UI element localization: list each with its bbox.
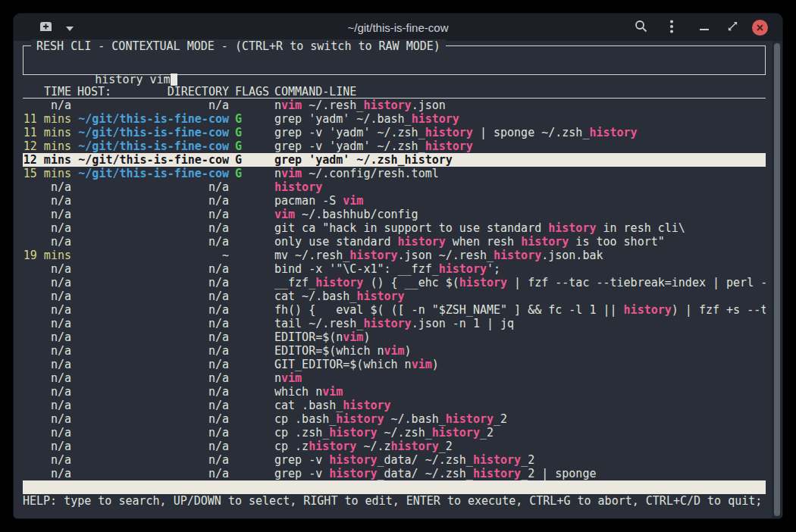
tab-dropdown-button[interactable] xyxy=(61,18,79,36)
row-command: tail ~/.resh_history.json -n 1 | jq xyxy=(274,317,766,330)
terminal-content: RESH CLI - CONTEXTUAL MODE - (CTRL+R to … xyxy=(14,41,782,518)
row-command: GIT_EDITOR=$(which nvim) xyxy=(274,358,766,371)
match-highlight: history xyxy=(473,453,521,467)
history-row[interactable]: n/an/aEDITOR=$(which nvim) xyxy=(23,344,766,358)
match-highlight: history xyxy=(363,99,411,112)
row-directory: n/a xyxy=(77,344,229,358)
restore-icon xyxy=(727,20,738,34)
match-highlight: history xyxy=(349,249,397,262)
match-highlight: history xyxy=(356,289,404,303)
row-time: n/a xyxy=(23,385,71,399)
row-time: n/a xyxy=(23,180,71,194)
new-tab-button[interactable] xyxy=(36,18,55,36)
row-command: EDITOR=$(which nvim) xyxy=(274,344,766,358)
match-highlight: history xyxy=(548,221,596,235)
match-highlight: history xyxy=(329,453,377,467)
row-flags: G xyxy=(235,126,268,139)
match-highlight: history xyxy=(274,180,322,194)
row-directory: ~/git/this-is-fine-cow xyxy=(77,126,229,139)
match-highlight: history xyxy=(473,467,521,480)
history-row[interactable]: n/an/abind -x '"\C-x1": __fzf_history'; xyxy=(23,262,766,276)
scrollbar-thumb[interactable] xyxy=(774,43,780,516)
row-time: n/a xyxy=(23,289,71,303)
row-command: cp .zhistory ~/.zhistory_2 xyxy=(274,440,766,453)
history-row[interactable]: 19 mins~mv ~/.resh_history.json ~/.resh_… xyxy=(23,249,766,262)
row-command: cat .bash_history xyxy=(274,399,766,412)
history-row[interactable]: n/an/anvim ~/.resh_history.json xyxy=(23,99,766,112)
match-highlight: vim xyxy=(274,208,295,221)
row-time: n/a xyxy=(23,467,71,480)
titlebar: ~/git/this-is-fine-cow xyxy=(14,14,782,41)
row-time: n/a xyxy=(23,303,71,317)
match-highlight: history xyxy=(494,249,541,262)
row-command: cp .zsh_history ~/.zsh_history_2 xyxy=(274,426,766,440)
row-flags xyxy=(235,180,268,194)
help-line: HELP: type to search, UP/DOWN to select,… xyxy=(23,494,766,508)
history-row[interactable]: n/an/agrep -v history_data/ ~/.zsh_histo… xyxy=(23,453,766,467)
history-row[interactable]: n/an/agit ca "hack in support to use sta… xyxy=(23,221,766,235)
row-time: n/a xyxy=(23,317,71,330)
row-flags xyxy=(235,99,268,112)
history-row[interactable]: n/an/acp .zhistory ~/.zhistory_2 xyxy=(23,440,766,453)
history-row[interactable]: n/an/a__fzf_history () { __ehc $(history… xyxy=(23,276,766,289)
history-row[interactable]: 11 mins~/git/this-is-fine-cowGgrep 'yadm… xyxy=(23,112,766,126)
history-row[interactable]: n/an/atail ~/.resh_history.json -n 1 | j… xyxy=(23,317,766,330)
match-highlight: vim xyxy=(343,330,363,344)
minimize-button[interactable] xyxy=(695,18,713,36)
col-header-host-directory: HOST: DIRECTORY xyxy=(77,85,229,98)
history-row[interactable]: 11 mins~/git/this-is-fine-cowGgrep -v 'y… xyxy=(23,126,766,139)
history-row[interactable]: n/an/apacman -S vim xyxy=(23,194,766,208)
row-flags xyxy=(235,249,268,262)
row-command: grep -v history_data/ ~/.zsh_history_2 xyxy=(274,453,766,467)
history-row[interactable]: 15 mins~/git/this-is-fine-cowGnvim ~/.co… xyxy=(23,167,766,180)
row-command: nvim ~/.config/resh.toml xyxy=(274,167,766,180)
history-row[interactable]: n/an/agrep -v history_data/ ~/.zsh_histo… xyxy=(23,467,766,480)
history-row[interactable]: n/an/acat ~/.bash_history xyxy=(23,289,766,303)
row-time: n/a xyxy=(23,426,71,440)
menu-button[interactable] xyxy=(663,18,681,36)
match-highlight: history xyxy=(329,426,377,440)
row-time: n/a xyxy=(23,399,71,412)
row-time: 19 mins xyxy=(23,249,71,262)
history-row[interactable]: n/an/acp .bash_history ~/.bash_history_2 xyxy=(23,412,766,426)
row-directory: n/a xyxy=(77,303,229,317)
history-row-selected[interactable]: 12 mins~/git/this-is-fine-cowGgrep 'yadm… xyxy=(23,153,766,167)
kebab-menu-icon xyxy=(670,20,673,36)
status-bar: 2020-05-11 12:01:51 tower:~/git/this-is-… xyxy=(23,480,766,494)
history-row[interactable]: n/an/aonly use standard history when res… xyxy=(23,235,766,249)
match-highlight: history xyxy=(329,467,377,480)
resh-header-box: RESH CLI - CONTEXTUAL MODE - (CTRL+R to … xyxy=(23,45,766,75)
close-button[interactable] xyxy=(751,18,769,36)
match-highlight: history xyxy=(439,262,487,276)
match-highlight: history xyxy=(336,412,384,426)
match-highlight: history xyxy=(432,426,480,440)
row-flags xyxy=(235,235,268,249)
row-directory: n/a xyxy=(77,385,229,399)
history-row[interactable]: n/an/aGIT_EDITOR=$(which nvim) xyxy=(23,358,766,371)
history-row[interactable]: 12 mins~/git/this-is-fine-cowGgrep -v 'y… xyxy=(23,139,766,153)
history-row[interactable]: n/an/afh() { eval $( ([ -n "$ZSH_NAME" ]… xyxy=(23,303,766,317)
row-time: n/a xyxy=(23,99,71,112)
history-row[interactable]: n/an/aEDITOR=$(nvim) xyxy=(23,330,766,344)
history-row[interactable]: n/an/ahistory xyxy=(23,180,766,194)
history-row[interactable]: n/an/awhich nvim xyxy=(23,385,766,399)
row-time: n/a xyxy=(23,221,71,235)
row-flags: G xyxy=(235,167,268,180)
search-button[interactable] xyxy=(631,18,650,36)
history-row[interactable]: n/an/acat .bash_history xyxy=(23,399,766,412)
restore-button[interactable] xyxy=(723,18,741,36)
history-row[interactable]: n/an/avim ~/.bashhub/config xyxy=(23,208,766,221)
history-row[interactable]: n/an/anvim xyxy=(23,371,766,385)
row-command: mv ~/.resh_history.json ~/.resh_history.… xyxy=(274,249,766,262)
close-icon xyxy=(752,20,768,36)
minimize-icon xyxy=(700,22,709,33)
history-row[interactable]: n/an/acp .zsh_history ~/.zsh_history_2 xyxy=(23,426,766,440)
search-input[interactable]: history vim xyxy=(27,59,177,73)
row-directory: n/a xyxy=(77,426,229,440)
search-icon xyxy=(635,20,647,35)
row-directory: n/a xyxy=(77,194,229,208)
match-highlight: history xyxy=(425,139,473,153)
row-flags xyxy=(235,399,268,412)
chevron-down-icon xyxy=(66,22,74,33)
row-flags xyxy=(235,344,268,358)
